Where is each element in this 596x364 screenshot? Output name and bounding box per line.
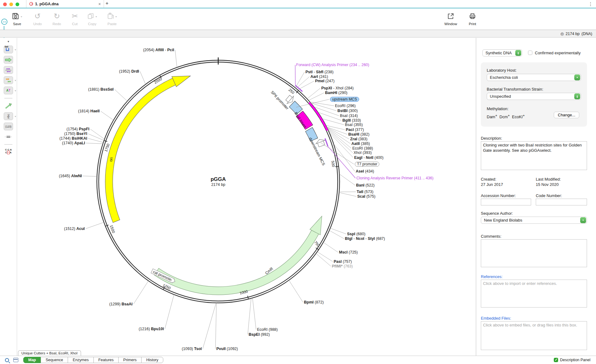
tool-orf[interactable]	[4, 102, 13, 110]
accession-input[interactable]	[481, 199, 531, 205]
site-mscI[interactable]: MscI (725)	[339, 250, 358, 254]
site-bsiHKAI[interactable]: (1744) BsiHKAI	[59, 136, 87, 141]
tool-alignment[interactable]: C C A C−A	[4, 148, 13, 154]
site-tsoI[interactable]: (1093) TsoI	[182, 347, 202, 351]
site-pacI[interactable]: PacI (377)	[346, 128, 364, 132]
site-aatII[interactable]: AatII (385)	[351, 142, 370, 146]
strain-dropdown[interactable]: Unspecified▲▼	[487, 93, 581, 100]
save-dropdown-caret[interactable]: ⌄	[20, 15, 23, 18]
enzyme-set-note[interactable]: Unique Cutters + BsaI, EcoRI, XhoI	[18, 350, 81, 356]
site-bstBI[interactable]: BstBI (300)	[337, 109, 358, 113]
tool-edit-bases[interactable]: A T ˅	[4, 87, 13, 94]
site-bssSaI[interactable]: (1881) BssSαI	[88, 87, 114, 92]
split-panel-icon[interactable]	[13, 358, 18, 362]
host-dropdown[interactable]: Escherichia coli▼	[487, 74, 581, 81]
fwd-primer-label[interactable]: Forward (CW) Analysis Primer (234 .. 260…	[296, 63, 369, 67]
upstream-mcs-pill[interactable]: upstream MCS	[330, 97, 359, 102]
print-button[interactable]: Print	[463, 11, 481, 26]
abc-dropdown-caret[interactable]: ˅	[15, 115, 16, 118]
translation-dropdown-caret[interactable]: ˅	[15, 79, 16, 82]
site-bsaI-314[interactable]: BsaI (314)	[340, 114, 358, 118]
comments-textarea[interactable]	[481, 239, 587, 267]
change-methylation-button[interactable]: Change...	[554, 112, 579, 118]
author-dropdown[interactable]: New England Biolabs▼	[481, 217, 587, 224]
site-acuI[interactable]: (1512) AcuI	[64, 227, 85, 231]
site-drdI[interactable]: (1952) DrdI	[119, 69, 139, 74]
save-button[interactable]: ⌄ Save	[8, 11, 26, 26]
site-banI[interactable]: BanI (522)	[356, 183, 375, 187]
site-bspEI[interactable]: BspEI (992)	[249, 332, 270, 337]
tab-sequence[interactable]: Sequence	[41, 357, 68, 363]
description-textarea[interactable]: Cloning vector with two BsaI restriction…	[481, 141, 587, 170]
site-zraI[interactable]: ZraI (383)	[350, 137, 368, 141]
bases-dropdown-caret[interactable]: ˅	[15, 89, 16, 92]
tab-map[interactable]: Map	[23, 357, 41, 363]
zoom-search-icon[interactable]	[5, 358, 9, 362]
tool-add-primer[interactable]	[4, 66, 13, 74]
site-bsaHI[interactable]: BsaHI (382)	[348, 132, 369, 137]
traffic-close-icon[interactable]	[3, 2, 7, 6]
site-bpmI[interactable]: BpmI (872)	[304, 300, 324, 304]
tools-collapse-icon[interactable]: ▾	[7, 40, 9, 43]
traffic-zoom-icon[interactable]	[16, 2, 19, 6]
site-ecoRI-296[interactable]: EcoRI (296)	[335, 104, 356, 108]
site-pasI[interactable]: PasI (757)	[334, 259, 352, 264]
site-xhoI-393[interactable]: XhoI (393)	[354, 151, 372, 155]
site-pflMI[interactable]: PflMI* (763)	[332, 264, 353, 268]
references-box[interactable]: Click above to import or enter reference…	[481, 280, 587, 308]
new-tab-button[interactable]: +	[106, 1, 108, 6]
site-alwNI[interactable]: (1645) AlwNI	[59, 174, 82, 178]
site-bamHI[interactable]: BamHI (290)	[325, 91, 347, 95]
site-btgI-ncoI-styI[interactable]: BtgI - NcoI - StyI (687)	[345, 236, 385, 241]
tab-close-icon[interactable]: ×	[98, 2, 101, 7]
site-aarI[interactable]: AarI (241)	[310, 74, 328, 79]
site-apaLI[interactable]: (1740) ApaLI	[62, 141, 85, 145]
rev-primer-label[interactable]: Cloning Analysis Reverse Primer (411 .. …	[356, 176, 434, 180]
tool-add-feature[interactable]	[4, 56, 13, 64]
site-pspFI[interactable]: (1754) PspFI	[66, 127, 89, 131]
description-panel-checkbox[interactable]	[554, 358, 558, 362]
tool-numbering[interactable]: (123)	[4, 123, 13, 130]
confirmed-checkbox[interactable]	[528, 51, 532, 55]
ori-label[interactable]: ori	[109, 157, 114, 162]
site-aflIII-pciI[interactable]: (2054) AflIII - PciI	[143, 48, 174, 52]
enzyme-dropdown-caret[interactable]: ˅	[15, 48, 16, 51]
document-tab[interactable]: 1. pGGA.dna ×	[26, 0, 103, 8]
site-eagI-notI[interactable]: EagI - NotI (400)	[354, 155, 383, 160]
site-pspXI-xhoI[interactable]: PspXI - XhoI (284)	[321, 86, 354, 90]
site-bsaAI[interactable]: (1299) BsaAI	[109, 302, 133, 306]
site-pmeI[interactable]: PmeI (247)	[315, 79, 335, 83]
traffic-minimize-icon[interactable]	[9, 2, 13, 6]
tab-history[interactable]: History	[141, 357, 163, 363]
overflow-menu-icon[interactable]: ⋮	[588, 1, 593, 7]
code-input[interactable]	[536, 199, 587, 205]
plasmid-map-canvas[interactable]: pGGA 2174 bp Forward (CW) Analysis Prime…	[17, 38, 476, 356]
sidebar-collapse-button[interactable]: ↦	[1, 19, 7, 25]
site-ecoRI-388[interactable]: EcoRI (388)	[352, 146, 373, 151]
tab-enzymes[interactable]: Enzymes	[68, 357, 93, 363]
tool-enzyme-sali[interactable]: SalI ˅	[4, 46, 13, 53]
tab-features[interactable]: Features	[93, 357, 119, 363]
tab-primers[interactable]: Primers	[118, 357, 142, 363]
site-aseI[interactable]: AseI (434)	[356, 169, 374, 173]
site-bseYI[interactable]: (1750) BseYI	[64, 132, 87, 136]
t7-promoter-pill[interactable]: T7 promoter	[355, 162, 379, 167]
embedded-files-link[interactable]: Embedded Files:	[481, 316, 511, 321]
site-bpu10I[interactable]: (1216) Bpu10I	[139, 327, 164, 331]
site-sspI[interactable]: SspI (680)	[347, 232, 365, 236]
window-button[interactable]: Window	[442, 11, 460, 26]
tool-text-label[interactable]: Abc ˅	[4, 112, 13, 120]
site-tatI[interactable]: TatI (573)	[357, 190, 373, 194]
site-scaI[interactable]: ScaI (575)	[357, 194, 375, 199]
sequence-type-dropdown[interactable]: Synthetic DNA▲▼	[482, 49, 522, 56]
references-link[interactable]: References:	[481, 274, 503, 279]
site-haeII[interactable]: (1814) HaeII	[78, 109, 100, 113]
tool-ruler[interactable]	[4, 133, 13, 141]
site-bsaI-355[interactable]: BsaI (355)	[345, 123, 363, 127]
tool-translation[interactable]: ˅	[4, 76, 13, 84]
site-pvuII[interactable]: PvuII (1092)	[216, 347, 238, 351]
site-pstI-sbfI[interactable]: PstI - SbfI (238)	[305, 70, 333, 74]
embedded-files-box[interactable]: Click above to embed files, or drag file…	[481, 321, 587, 350]
site-ecoRI-988[interactable]: EcoRI (988)	[257, 327, 278, 332]
site-bglII[interactable]: BglII (333)	[342, 118, 361, 123]
